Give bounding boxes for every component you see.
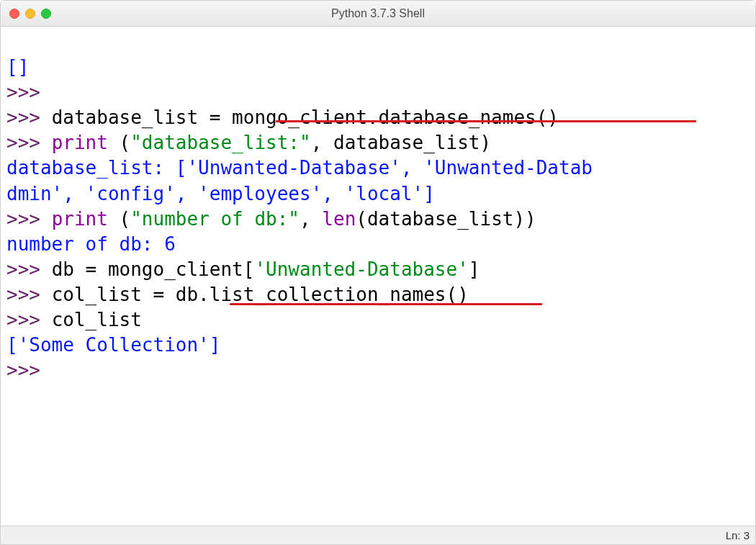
titlebar: Python 3.7.3 Shell xyxy=(1,1,755,27)
builtin-print: print xyxy=(52,208,108,230)
output-line: [] xyxy=(6,55,750,80)
code-line: database_list = mongo_client.database_na… xyxy=(52,107,559,128)
prompt: >>> xyxy=(6,284,52,305)
traffic-lights xyxy=(1,9,51,19)
annotation-underline xyxy=(276,120,696,122)
window-title: Python 3.7.3 Shell xyxy=(1,7,755,20)
prompt: >>> xyxy=(6,208,52,230)
code-line: col_list xyxy=(52,309,142,330)
prompt: >>> xyxy=(6,359,40,381)
output-line: number of db: 6 xyxy=(6,233,176,255)
shell-window: Python 3.7.3 Shell []>>> >>> database_li… xyxy=(0,0,756,545)
status-bar: Ln: 3 xyxy=(1,526,755,544)
prompt: >>> xyxy=(6,132,52,153)
string-literal: "number of db:" xyxy=(130,208,300,230)
prompt: >>> xyxy=(6,81,40,103)
line-indicator: Ln: 3 xyxy=(726,529,750,541)
close-icon[interactable] xyxy=(9,9,19,19)
maximize-icon[interactable] xyxy=(41,9,51,19)
code-line: col_list = db.list_collection_names() xyxy=(52,284,469,305)
output-line: database_list: ['Unwanted-Database', 'Un… xyxy=(6,157,593,179)
minimize-icon[interactable] xyxy=(25,9,35,19)
builtin-len: len xyxy=(322,208,356,230)
prompt: >>> xyxy=(6,107,52,128)
shell-content[interactable]: []>>> >>> database_list = mongo_client.d… xyxy=(1,27,755,526)
prompt: >>> xyxy=(6,309,52,330)
string-literal: 'Unwanted-Database' xyxy=(254,258,468,280)
output-line: dmin', 'config', 'employees', 'local'] xyxy=(6,183,435,204)
string-literal: "database_list:" xyxy=(130,132,310,153)
builtin-print: print xyxy=(52,132,108,153)
prompt: >>> xyxy=(6,258,52,280)
annotation-underline xyxy=(230,303,542,305)
output-line: ['Some Collection'] xyxy=(6,334,220,356)
